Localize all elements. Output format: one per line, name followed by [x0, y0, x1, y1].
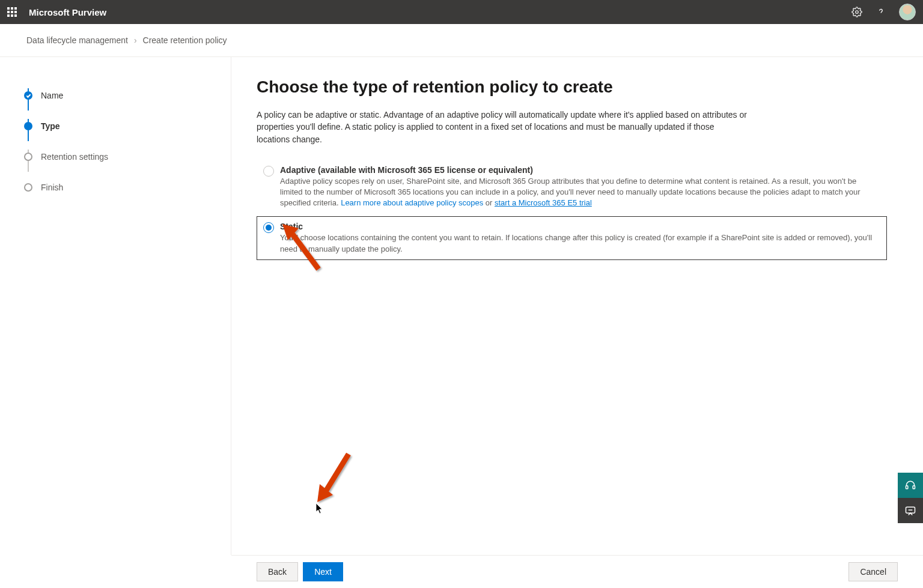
step-indicator-icon — [24, 91, 32, 100]
step-label: Retention settings — [41, 152, 108, 162]
wizard-steps: Name Type Retention settings Finish — [0, 57, 231, 555]
support-headset-icon[interactable] — [898, 473, 923, 498]
cancel-button[interactable]: Cancel — [848, 562, 898, 581]
top-bar: Microsoft Purview — [0, 0, 923, 24]
option-description: You'll choose locations containing the c… — [280, 232, 880, 254]
step-finish: Finish — [24, 172, 231, 202]
svg-rect-3 — [913, 486, 915, 489]
svg-rect-2 — [906, 486, 908, 489]
option-title: Static — [280, 222, 880, 231]
step-retention-settings: Retention settings — [24, 141, 231, 172]
step-indicator-icon — [24, 183, 32, 192]
top-icons — [851, 4, 916, 20]
chevron-right-icon: › — [134, 35, 137, 45]
option-static[interactable]: Static You'll choose locations containin… — [257, 216, 887, 259]
main: Name Type Retention settings Finish Choo… — [0, 57, 923, 555]
step-type[interactable]: Type — [24, 111, 231, 141]
step-label: Finish — [41, 183, 63, 192]
step-label: Name — [41, 91, 63, 100]
step-indicator-icon — [24, 153, 32, 161]
page-title: Choose the type of retention policy to c… — [257, 77, 887, 97]
user-avatar[interactable] — [899, 4, 916, 20]
svg-point-0 — [856, 11, 859, 14]
link-learn-adaptive-scopes[interactable]: Learn more about adaptive policy scopes — [341, 198, 483, 207]
app-title: Microsoft Purview — [29, 7, 851, 17]
step-name[interactable]: Name — [24, 80, 231, 111]
link-start-e5-trial[interactable]: start a Microsoft 365 E5 trial — [495, 198, 592, 207]
wizard-footer: Back Next Cancel — [231, 555, 923, 588]
option-description: Adaptive policy scopes rely on user, Sha… — [280, 176, 880, 209]
breadcrumb-item: Create retention policy — [143, 35, 227, 45]
floating-help-buttons — [898, 473, 923, 523]
back-button[interactable]: Back — [257, 562, 298, 581]
page-description: A policy can be adaptive or static. Adva… — [257, 109, 749, 145]
step-indicator-icon — [24, 122, 32, 130]
option-title: Adaptive (available with Microsoft 365 E… — [280, 165, 880, 175]
app-launcher-icon[interactable] — [7, 7, 17, 17]
help-icon[interactable] — [875, 6, 887, 18]
next-button[interactable]: Next — [303, 562, 343, 581]
feedback-chat-icon[interactable] — [898, 498, 923, 523]
step-label: Type — [41, 121, 60, 131]
option-adaptive: Adaptive (available with Microsoft 365 E… — [257, 160, 887, 214]
content-area: Choose the type of retention policy to c… — [231, 57, 923, 555]
breadcrumb-item[interactable]: Data lifecycle management — [26, 35, 128, 45]
radio-adaptive — [263, 166, 274, 177]
settings-icon[interactable] — [851, 6, 863, 18]
radio-static[interactable] — [263, 222, 274, 233]
breadcrumb: Data lifecycle management › Create reten… — [0, 24, 923, 57]
